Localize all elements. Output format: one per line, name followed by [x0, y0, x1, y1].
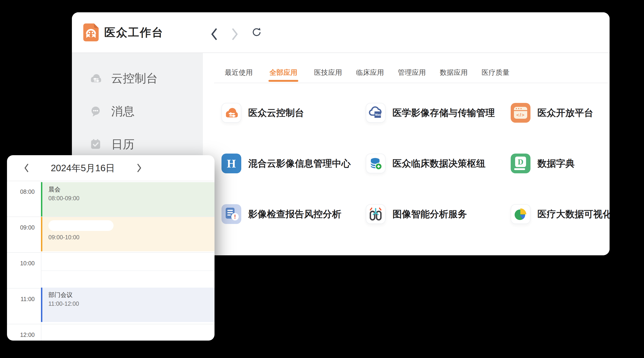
refresh-button[interactable] [252, 27, 262, 38]
event-title-redacted [48, 220, 114, 231]
event-title: 部门会议 [48, 291, 214, 299]
message-icon [89, 105, 102, 118]
app-hybrid-cloud-imaging[interactable]: H混合云影像信息管理中心 [222, 154, 366, 173]
app-label: 医众开放平台 [538, 106, 593, 119]
database-plus-icon [366, 154, 386, 173]
app-label: 医众临床数据决策枢纽 [392, 157, 486, 170]
calendar-prev-button[interactable] [20, 162, 33, 175]
cloud-mas-icon: Mas [366, 103, 386, 123]
code-window-icon: </> [511, 103, 530, 123]
app-imaging-storage[interactable]: Mas医学影像存储与传输管理 [366, 103, 511, 123]
calendar-hour-row: 12:00 [7, 324, 214, 341]
tab-clinical-apps[interactable]: 临床应用 [356, 68, 384, 82]
calendar-date: 2024年5月16日 [33, 162, 133, 175]
app-data-dictionary[interactable]: D数据字典 [511, 154, 610, 173]
cloud-settings-icon [89, 72, 102, 85]
hour-label: 08:00 [7, 188, 41, 195]
tab-admin-apps[interactable]: 管理应用 [398, 68, 426, 82]
tabs-divider [214, 83, 608, 83]
tab-bar: 最近使用全部应用医技应用临床应用管理应用数据应用医疗质量 [225, 68, 510, 82]
app-clinical-data-hub[interactable]: 医众临床数据决策枢纽 [366, 154, 511, 173]
event-title: 晨会 [48, 185, 214, 193]
app-image-ai[interactable]: 图像智能分析服务 [366, 204, 511, 224]
app-label: 混合云影像信息管理中心 [248, 157, 350, 170]
hour-label: 09:00 [7, 224, 41, 231]
event-time: 11:00-12:00 [48, 300, 214, 307]
sidebar-item-calendar[interactable]: 日历 [72, 133, 203, 156]
sidebar-item-cloud-console[interactable]: 云控制台 [72, 67, 203, 90]
app-cloud-console[interactable]: 医众云控制台 [222, 103, 366, 123]
app-grid: 医众云控制台 Mas医学影像存储与传输管理 </>医众开放平台H混合云影像信息管… [222, 103, 610, 224]
svg-text:Mas: Mas [375, 113, 381, 116]
tab-recent[interactable]: 最近使用 [225, 68, 253, 82]
sidebar-item-label: 消息 [111, 104, 134, 119]
app-label: 医众云控制台 [248, 106, 304, 119]
app-open-platform[interactable]: </>医众开放平台 [511, 103, 610, 123]
chevron-right-icon [136, 163, 142, 173]
calendar-header: 2024年5月16日 [7, 155, 214, 181]
content-area: 最近使用全部应用医技应用临床应用管理应用数据应用医疗质量 医众云控制台 Mas医… [203, 53, 610, 255]
report-alert-icon: ! [222, 204, 241, 224]
book-d-icon: D [511, 154, 530, 173]
hour-label: 11:00 [7, 296, 41, 303]
tab-all-apps[interactable]: 全部应用 [270, 68, 297, 82]
lungs-icon [366, 204, 386, 224]
calendar-hour-row: 10:00 [7, 252, 214, 288]
chevron-left-icon [23, 163, 29, 173]
tab-quality[interactable]: 医疗质量 [482, 68, 510, 82]
hour-label: 12:00 [7, 331, 41, 338]
calendar-event-untitled[interactable]: 09:00-10:00 [41, 217, 214, 251]
app-bigdata-viz[interactable]: 医疗大数据可视化 [511, 204, 610, 224]
calendar-panel: 2024年5月16日 08:0009:0010:0011:0012:00晨会 0… [7, 155, 214, 341]
window-header: 医众工作台 [72, 12, 610, 53]
app-label: 医学影像存储与传输管理 [392, 106, 495, 119]
app-logo-icon [83, 23, 99, 41]
back-button[interactable] [209, 27, 219, 38]
hour-label: 10:00 [7, 260, 41, 267]
pie-chart-icon [511, 204, 530, 224]
app-report-risk[interactable]: !影像检查报告风控分析 [222, 204, 366, 224]
tab-medtech-apps[interactable]: 医技应用 [314, 68, 342, 82]
forward-button[interactable] [230, 27, 240, 38]
refresh-icon [252, 27, 262, 38]
chevron-right-icon [231, 27, 239, 38]
letter-h-icon: H [222, 154, 241, 173]
calendar-next-button[interactable] [133, 162, 146, 175]
chevron-left-icon [210, 27, 218, 38]
event-time: 08:00-09:00 [48, 195, 214, 202]
calendar-event-blue[interactable]: 部门会议 11:00-12:00 [41, 288, 214, 322]
calendar-day-grid: 08:0009:0010:0011:0012:00晨会 08:00-09:00 … [7, 181, 214, 341]
nav-controls [209, 27, 262, 38]
sidebar-item-label: 云控制台 [111, 71, 158, 86]
sidebar-item-label: 日历 [111, 137, 134, 152]
app-label: 医疗大数据可视化 [538, 208, 610, 220]
cloud-sliders-icon [222, 103, 241, 123]
app-label: 数据字典 [538, 157, 575, 170]
calendar-event-green[interactable]: 晨会 08:00-09:00 [41, 182, 214, 216]
calendar-icon [89, 138, 102, 151]
app-label: 图像智能分析服务 [392, 208, 467, 220]
app-label: 影像检查报告风控分析 [248, 208, 341, 220]
tab-data-apps[interactable]: 数据应用 [440, 68, 468, 82]
app-title: 医众工作台 [104, 25, 164, 40]
event-time: 09:00-10:00 [48, 234, 214, 241]
sidebar-item-messages[interactable]: 消息 [72, 100, 203, 123]
